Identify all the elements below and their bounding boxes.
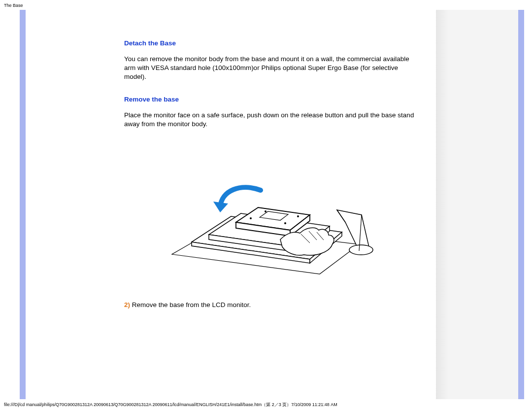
page-header-title: The Base bbox=[4, 3, 23, 8]
svg-point-0 bbox=[250, 217, 252, 219]
right-margin-bar bbox=[518, 10, 524, 399]
heading-remove-base: Remove the base bbox=[124, 96, 416, 103]
paragraph-remove-base: Place the monitor face on a safe surface… bbox=[124, 111, 416, 129]
step-2-text: Remove the base from the LCD monitor. bbox=[130, 301, 251, 308]
heading-detach-base: Detach the Base bbox=[124, 39, 416, 47]
svg-point-4 bbox=[349, 245, 373, 255]
page-body: Detach the Base You can remove the monit… bbox=[0, 10, 532, 399]
step-2-number: 2) bbox=[124, 301, 130, 308]
illustration-remove-base bbox=[124, 143, 416, 281]
monitor-base-diagram-icon bbox=[162, 143, 379, 281]
svg-point-1 bbox=[284, 222, 286, 224]
svg-point-2 bbox=[265, 210, 266, 212]
paragraph-detach-base: You can remove the monitor body from the… bbox=[124, 55, 416, 82]
right-gutter bbox=[448, 10, 518, 399]
footer-file-path: file:///D|/cd manual/philips/Q70G9002813… bbox=[4, 402, 337, 408]
left-margin-bar bbox=[20, 10, 26, 399]
step-2-line: 2) Remove the base from the LCD monitor. bbox=[124, 301, 416, 308]
svg-point-3 bbox=[297, 215, 299, 217]
main-content: Detach the Base You can remove the monit… bbox=[26, 10, 436, 399]
content-right-shadow bbox=[436, 10, 448, 399]
